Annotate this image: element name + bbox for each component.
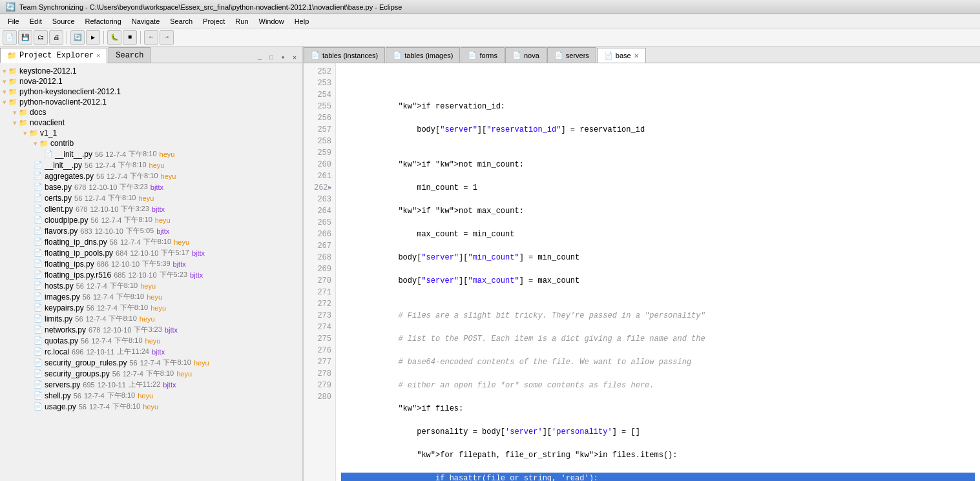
code-line: "kw">if reservation_id: <box>341 101 975 112</box>
list-item[interactable]: 📄aggregates.py56 12-7-4 下午8:10 heyu <box>0 170 302 181</box>
line-number: 276 <box>308 345 331 356</box>
toolbar-print-button[interactable]: 🖨 <box>49 30 63 45</box>
toolbar-forward-button[interactable]: → <box>160 30 174 45</box>
list-item[interactable]: 📄rc.local696 12-10-11 上午11:24 bjttx <box>0 346 302 357</box>
toolbar-save-button[interactable]: 💾 <box>18 30 32 45</box>
tab-label: servers <box>566 52 589 59</box>
list-item[interactable]: 📄flavors.py683 12-10-10 下午5:05 bjttx <box>0 225 302 236</box>
tab-forms[interactable]: 📄forms <box>461 47 505 63</box>
window-title: Team Synchronizing - C:\Users\beyond\wor… <box>19 3 402 11</box>
menu-source[interactable]: Source <box>47 16 80 26</box>
list-item[interactable]: 📄images.py56 12-7-4 下午8:10 heyu <box>0 291 302 302</box>
toolbar-debug-button[interactable]: 🐛 <box>107 30 121 45</box>
toolbar-refresh-button[interactable]: 🔄 <box>70 30 85 45</box>
list-item[interactable]: 📄servers.py695 12-10-11 上午11:22 bjttx <box>0 379 302 390</box>
python-file-icon: 📄 <box>34 227 43 235</box>
toolbar-new-button[interactable]: 📄 <box>3 30 17 45</box>
tab-servers[interactable]: 📄servers <box>547 47 596 63</box>
line-number: 253 <box>308 77 331 89</box>
toolbar-save-all-button[interactable]: 🗂 <box>34 30 48 45</box>
menu-project[interactable]: Project <box>198 16 230 26</box>
file-tab-icon: 📄 <box>554 51 563 59</box>
menu-file[interactable]: File <box>3 16 25 26</box>
toolbar-run-button[interactable]: ▶ <box>86 30 100 45</box>
menu-window[interactable]: Window <box>254 16 289 26</box>
python-file-icon: 📄 <box>34 216 43 224</box>
menu-navigate[interactable]: Navigate <box>127 16 165 26</box>
line-numbers: 252253254255256257258259260261262⚑263264… <box>304 63 336 481</box>
code-line: body["server"]["min_count"] = min_count <box>341 252 975 263</box>
list-item[interactable]: 📄floating_ips.py686 12-10-10 下午5:39 bjtt… <box>0 258 302 269</box>
line-number: 271 <box>308 287 331 298</box>
python-file-icon: 📄 <box>34 402 43 411</box>
list-item[interactable]: 📄base.py678 12-10-10 下午3:23 bjttx <box>0 181 302 192</box>
left-panel: 📁 Project Explorer ✕ Search _ □ ▾ ✕ ▾ 📁k… <box>0 46 304 481</box>
close-panel-button[interactable]: ✕ <box>289 52 300 63</box>
list-item[interactable]: 📄floating_ip_pools.py684 12-10-10 下午5:17… <box>0 247 302 258</box>
code-line: body["server"]["max_count"] = max_count <box>341 275 975 287</box>
menu-refactoring[interactable]: Refactoring <box>80 16 127 26</box>
toolbar-back-button[interactable]: ← <box>144 30 158 45</box>
tab-close-button[interactable]: ✕ <box>634 52 639 59</box>
maximize-panel-button[interactable]: □ <box>266 52 276 63</box>
list-item[interactable]: ▾ 📁keystone-2012.1 <box>0 66 302 76</box>
content-area: 📁 Project Explorer ✕ Search _ □ ▾ ✕ ▾ 📁k… <box>0 46 980 481</box>
tab-nova[interactable]: 📄nova <box>505 47 547 63</box>
list-item[interactable]: ▾ 📁docs <box>0 107 302 118</box>
tab-search[interactable]: Search <box>109 47 151 63</box>
list-item[interactable]: 📄security_group_rules.py56 12-7-4 下午8:10… <box>0 357 302 368</box>
list-item[interactable]: 📄shell.py56 12-7-4 下午8:10 heyu <box>0 390 302 401</box>
list-item[interactable]: ▾ 📁v1_1 <box>0 128 302 138</box>
tab-base[interactable]: 📄base✕ <box>597 48 646 63</box>
python-file-icon: 📄 <box>34 358 43 367</box>
menu-run[interactable]: Run <box>230 16 253 26</box>
file-tab-icon: 📄 <box>512 51 521 59</box>
python-file-icon: 📄 <box>34 303 43 312</box>
menu-edit[interactable]: Edit <box>25 16 47 26</box>
toolbar-stop-button[interactable]: ■ <box>123 30 137 45</box>
code-line: # either an open file *or* some contents… <box>341 380 975 391</box>
project-explorer-close[interactable]: ✕ <box>96 52 100 59</box>
code-line: "kw">if "kw">not max_count: <box>341 205 975 217</box>
list-item[interactable]: 📄certs.py56 12-7-4 下午8:10 heyu <box>0 192 302 203</box>
list-item[interactable]: ▾ 📁novaclient <box>0 118 302 128</box>
python-file-icon: 📄 <box>34 271 43 279</box>
code-line: # Files are a slight bit tricky. They're… <box>341 310 975 322</box>
list-item[interactable]: 📄cloudpipe.py56 12-7-4 下午8:10 heyu <box>0 214 302 225</box>
tab-tables-images[interactable]: 📄tables (images) <box>386 47 460 63</box>
code-editor[interactable]: 252253254255256257258259260261262⚑263264… <box>304 63 980 481</box>
python-file-icon: 📄 <box>34 183 43 191</box>
list-item[interactable]: ▾ 📁nova-2012.1 <box>0 76 302 87</box>
list-item[interactable]: 📄limits.py56 12-7-4 下午8:10 heyu <box>0 313 302 324</box>
list-item[interactable]: 📄floating_ips.py.r516685 12-10-10 下午5:23… <box>0 269 302 280</box>
list-item[interactable]: ▾ 📁contrib <box>0 138 302 148</box>
tab-project-explorer[interactable]: 📁 Project Explorer ✕ <box>0 48 107 63</box>
list-item[interactable]: 📄usage.py56 12-7-4 下午8:10 heyu <box>0 401 302 412</box>
list-item[interactable]: 📄quotas.py56 12-7-4 下午8:10 heyu <box>0 335 302 346</box>
tab-label: nova <box>524 52 539 59</box>
view-menu-button[interactable]: ▾ <box>278 52 288 63</box>
list-item[interactable]: 📄hosts.py56 12-7-4 下午8:10 heyu <box>0 280 302 291</box>
file-tree[interactable]: ▾ 📁keystone-2012.1▾ 📁nova-2012.1▾ 📁pytho… <box>0 63 302 481</box>
menu-help[interactable]: Help <box>289 16 315 26</box>
editor-tabs: 📄tables (instances)📄tables (images)📄form… <box>304 46 980 63</box>
python-file-icon: 📄 <box>34 347 43 356</box>
list-item[interactable]: 📄security_groups.py56 12-7-4 下午8:10 heyu <box>0 368 302 379</box>
python-file-icon: 📄 <box>34 205 43 213</box>
folder-icon: ▾ 📁 <box>34 139 48 148</box>
list-item[interactable]: ▾ 📁python-novaclient-2012.1 <box>0 97 302 107</box>
tab-label: tables (images) <box>404 52 453 59</box>
menu-search[interactable]: Search <box>165 16 198 26</box>
tab-tables-instances[interactable]: 📄tables (instances) <box>304 47 385 63</box>
minimize-panel-button[interactable]: _ <box>255 52 265 63</box>
list-item[interactable]: 📄__init__.py56 12-7-4 下午8:10 heyu <box>0 159 302 170</box>
list-item[interactable]: ▾ 📁python-keystoneclient-2012.1 <box>0 87 302 97</box>
line-number: 270 <box>308 275 331 287</box>
list-item[interactable]: 📄keypairs.py56 12-7-4 下午8:10 heyu <box>0 302 302 313</box>
list-item[interactable]: 📄client.py678 12-10-10 下午3:23 bjttx <box>0 203 302 214</box>
list-item[interactable]: 📄__init__.py56 12-7-4 下午8:10 heyu <box>0 148 302 159</box>
list-item[interactable]: 📄floating_ip_dns.py56 12-7-4 下午8:10 heyu <box>0 236 302 247</box>
line-number: 257 <box>308 124 331 136</box>
list-item[interactable]: 📄networks.py678 12-10-10 下午3:23 bjttx <box>0 324 302 335</box>
code-content[interactable]: "kw">if reservation_id: body["server"]["… <box>336 63 980 481</box>
